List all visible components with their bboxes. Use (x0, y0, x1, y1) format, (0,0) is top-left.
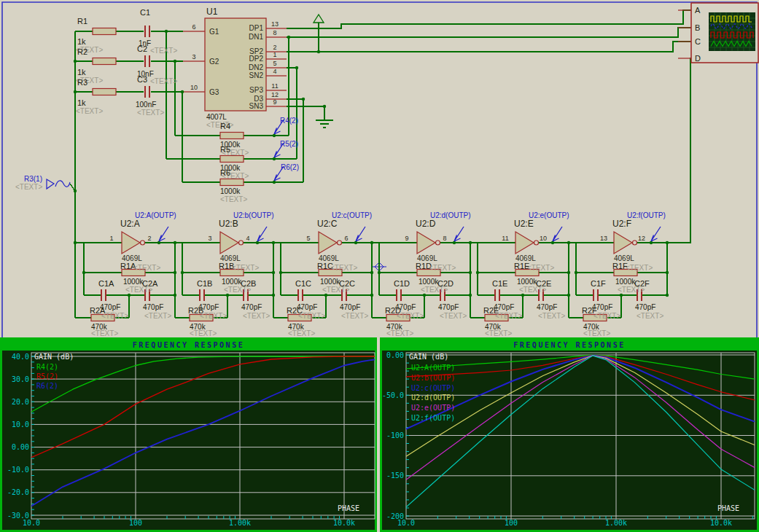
junction-dot (666, 294, 669, 297)
schematic-label: 1000k (615, 278, 636, 286)
junction-dot (82, 271, 85, 274)
junction-dot (181, 90, 184, 93)
inverter-bubble (436, 240, 440, 245)
schematic-label: <TEXT> (137, 109, 164, 117)
legend-title: GAIN (dB) (34, 353, 74, 361)
legend-entry: R4(2) (36, 363, 58, 371)
junction-dot (295, 66, 298, 69)
phase-label: PHASE (338, 504, 359, 512)
schematic-label: SN3 (249, 102, 264, 110)
x-tick-label: 10.0 (23, 519, 40, 527)
schematic-label: C1A (98, 279, 114, 288)
schematic-label: R4(2) (280, 117, 298, 125)
junction-dot (165, 30, 168, 33)
schematic-label: 470pF (438, 303, 459, 311)
junction-dot (181, 271, 184, 274)
schematic-label: <TEXT> (429, 264, 456, 272)
app-canvas: U2:AU2:A(OUTP)124069LR1A<TEXT>1000k<TEXT… (0, 0, 759, 532)
schematic-label: R3(1) (24, 175, 42, 183)
junction-dot (256, 241, 259, 244)
schematic-label: 1 (109, 235, 113, 242)
junction-dot (273, 181, 276, 184)
schematic-label: 1000k (222, 278, 242, 286)
junction-dot (521, 294, 524, 297)
schematic-label: 10 (540, 235, 547, 242)
schematic-label: C1C (295, 279, 311, 288)
junction-dot (453, 241, 456, 244)
schematic-label: 1000k (220, 187, 241, 195)
legend-entry: U2:A(OUTP) (411, 364, 455, 372)
frequency-response-chart-1: FREQUENCY RESPONSE40.030.020.010.00.00-1… (0, 337, 378, 532)
legend-entry: U2:d(OUTP) (411, 394, 455, 402)
junction-dot (157, 241, 160, 244)
junction-dot (74, 60, 77, 63)
junction-dot (74, 241, 77, 244)
chart-title: FREQUENCY RESPONSE (513, 341, 625, 349)
legend-entry: U2:e(OUTP) (411, 404, 455, 412)
schematic-label: 5 (273, 60, 276, 67)
y-tick-label: -50.0 (382, 391, 404, 399)
y-tick-label: -10.0 (7, 466, 29, 474)
junction-dot (273, 134, 276, 137)
schematic-label: <TEXT> (150, 77, 177, 85)
resistor-R2[interactable] (93, 58, 116, 65)
schematic-label: U2:B (219, 219, 238, 229)
resistor-R3[interactable] (93, 89, 116, 95)
junction-dot (575, 271, 577, 274)
junction-dot (279, 271, 282, 274)
schematic-label: U2:f(OUTP) (627, 211, 666, 219)
schematic-label: DN2 (249, 63, 263, 71)
schematic-label: 10 (190, 84, 198, 91)
schematic-label: U2:e(OUTP) (529, 211, 569, 219)
schematic-label: R2B (188, 306, 203, 315)
schematic-label: 3 (208, 235, 211, 242)
schematic-label: 6 (192, 23, 195, 31)
schematic-label: C (695, 37, 701, 46)
proteus-workspace: U2:AU2:A(OUTP)124069LR1A<TEXT>1000k<TEXT… (0, 0, 759, 532)
junction-dot (174, 271, 176, 274)
schematic-label: C3 (137, 75, 147, 84)
junction-dot (273, 157, 276, 160)
junction-dot (666, 271, 669, 274)
schematic-label: <TEXT> (232, 264, 259, 272)
schematic-label: 1 (273, 51, 276, 58)
schematic-label: 1k (77, 98, 86, 107)
schematic-label: <TEXT> (220, 195, 247, 203)
y-tick-label: -20.0 (7, 488, 29, 496)
schematic-label: 8 (443, 235, 446, 242)
y-tick-label: -100 (386, 431, 404, 439)
schematic-label: 5 (306, 235, 310, 242)
junction-dot (226, 294, 229, 297)
schematic-label: U2:b(OUTP) (233, 211, 274, 219)
schematic-label: 12 (638, 235, 645, 242)
junction-dot (323, 105, 326, 108)
scope-trace (711, 16, 752, 22)
schematic-label: <TEXT> (288, 329, 315, 337)
schematic-label: R6 (220, 168, 230, 177)
legend-entry: U2:b(OUTP) (411, 374, 455, 382)
x-tick-label: 1.00k (229, 519, 251, 527)
schematic-label: <TEXT> (637, 312, 663, 320)
schematic-label: U2:A(OUTP) (135, 211, 176, 219)
inverter-bubble (239, 240, 244, 245)
schematic-label: <TEXT> (133, 264, 160, 272)
chart-title: FREQUENCY RESPONSE (133, 341, 244, 349)
schematic-label: R2F (582, 306, 597, 315)
resistor-R4[interactable] (220, 133, 244, 139)
schematic-label: R5 (220, 145, 230, 154)
junction-dot (666, 241, 669, 244)
legend-entry: R5(2) (36, 372, 58, 380)
resistor-R1[interactable] (93, 28, 116, 35)
schematic-label: 1000k (123, 278, 144, 286)
junction-dot (302, 98, 305, 101)
schematic-label: <TEXT> (144, 312, 171, 320)
schematic-label: 470pF (635, 303, 655, 311)
schematic-label: <TEXT> (485, 329, 512, 337)
schematic-label: 4 (273, 68, 276, 75)
y-tick-label: 0.00 (386, 351, 404, 359)
y-tick-label: 20.0 (12, 398, 29, 406)
schematic-label: <TEXT> (495, 312, 522, 320)
schematic-label: <TEXT> (341, 312, 368, 320)
schematic-label: DN1 (249, 33, 263, 41)
phase-label: PHASE (717, 504, 739, 512)
